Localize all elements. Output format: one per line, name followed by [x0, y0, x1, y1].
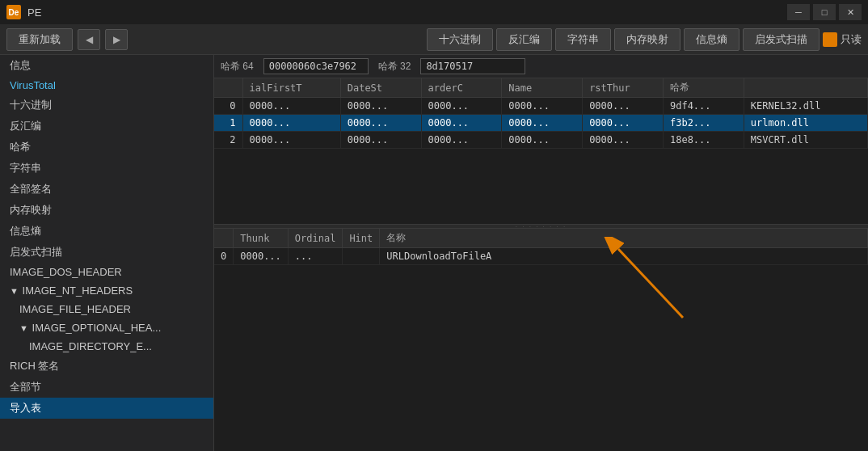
- cell-name: 0000...: [502, 132, 583, 149]
- col-dllname: [744, 78, 867, 98]
- table-row[interactable]: 0 0000... 0000... 0000... 0000... 0000..…: [214, 98, 868, 115]
- sidebar-item-file-header[interactable]: IMAGE_FILE_HEADER: [0, 300, 213, 318]
- table-row[interactable]: 1 0000... 0000... 0000... 0000... 0000..…: [214, 115, 868, 132]
- bottom-table: Thunk Ordinal Hint 名称 0 0000... ... URL: [214, 229, 868, 265]
- col-rownum-b: [214, 229, 234, 248]
- cell-date: 0000...: [340, 115, 421, 132]
- reload-button[interactable]: 重新加载: [6, 28, 73, 51]
- hash-label-64: 哈希 64: [221, 60, 254, 74]
- col-hint: Hint: [343, 229, 380, 248]
- sidebar-item-info[interactable]: 信息: [0, 55, 213, 76]
- hash-value-64[interactable]: 00000060c3e7962: [263, 58, 369, 74]
- sidebar: 信息 VirusTotal 十六进制 反汇编 哈希 字符串 全部签名 内存映射 …: [0, 55, 214, 451]
- maximize-button[interactable]: □: [813, 4, 836, 20]
- cell-ial: 0000...: [242, 132, 340, 149]
- window-title: PE: [27, 6, 41, 19]
- toolbar: 重新加载 ◀ ▶ 十六进制 反汇编 字符串 内存映射 信息熵 启发式扫描 只读: [0, 24, 868, 55]
- col-funcname: 名称: [380, 229, 868, 248]
- col-ial: ialFirstT: [242, 78, 340, 98]
- memmap-button[interactable]: 内存映射: [614, 28, 680, 51]
- sidebar-item-dir-entry[interactable]: IMAGE_DIRECTORY_E...: [0, 337, 213, 356]
- sidebar-item-opt-header[interactable]: ▼ IMAGE_OPTIONAL_HEA...: [0, 318, 213, 337]
- hex-button[interactable]: 十六进制: [427, 28, 493, 51]
- main-layout: 信息 VirusTotal 十六进制 反汇编 哈希 字符串 全部签名 内存映射 …: [0, 55, 868, 451]
- cell-thunk: 0000...: [234, 248, 289, 265]
- sidebar-item-heuristic[interactable]: 启发式扫描: [0, 242, 213, 263]
- hash-row: 哈希 64 00000060c3e7962 哈希 32 8d170517: [214, 55, 868, 78]
- cell-name: 0000...: [502, 98, 583, 115]
- bottom-panel: Thunk Ordinal Hint 名称 0 0000... ... URL: [214, 229, 868, 451]
- cell-date: 0000...: [340, 98, 421, 115]
- sidebar-item-hash[interactable]: 哈希: [0, 137, 213, 158]
- row-index: 1: [214, 115, 242, 132]
- cell-ial: 0000...: [242, 115, 340, 132]
- import-table: ialFirstT DateSt arderC Name rstThur 哈希 …: [214, 78, 868, 149]
- bottom-table-container: Thunk Ordinal Hint 名称 0 0000... ... URL: [214, 229, 868, 265]
- nav-back-button[interactable]: ◀: [78, 29, 100, 50]
- cell-hash: 18e8...: [663, 132, 744, 149]
- cell-dllname: urlmon.dll: [744, 115, 867, 132]
- strings-button[interactable]: 字符串: [555, 28, 611, 51]
- title-bar: De PE ─ □ ✕: [0, 0, 868, 24]
- cell-date: 0000...: [340, 132, 421, 149]
- cell-ial: 0000...: [242, 98, 340, 115]
- toolbar-right: 十六进制 反汇编 字符串 内存映射 信息熵 启发式扫描 只读: [427, 28, 862, 51]
- cell-arder: 0000...: [421, 98, 502, 115]
- sidebar-item-hex[interactable]: 十六进制: [0, 95, 213, 116]
- col-rownum: [214, 78, 242, 98]
- sidebar-item-disasm[interactable]: 反汇编: [0, 116, 213, 137]
- readonly-indicator: [823, 32, 837, 47]
- sidebar-item-memmap[interactable]: 内存映射: [0, 200, 213, 221]
- col-ordinal: Ordinal: [288, 229, 343, 248]
- title-bar-controls: ─ □ ✕: [787, 4, 862, 20]
- app-icon: De: [6, 5, 21, 19]
- sidebar-item-allsig[interactable]: 全部签名: [0, 179, 213, 200]
- row-index: 0: [214, 98, 242, 115]
- sidebar-item-dos-header[interactable]: IMAGE_DOS_HEADER: [0, 263, 213, 281]
- readonly-label: 只读: [841, 32, 862, 47]
- cell-thur: 0000...: [583, 115, 664, 132]
- sidebar-item-rich[interactable]: RICH 签名: [0, 356, 213, 377]
- cell-dllname: MSVCRT.dll: [744, 132, 867, 149]
- col-thur: rstThur: [583, 78, 664, 98]
- table-row[interactable]: 2 0000... 0000... 0000... 0000... 0000..…: [214, 132, 868, 149]
- cell-hash: f3b2...: [663, 115, 744, 132]
- cell-thur: 0000...: [583, 132, 664, 149]
- entropy-button[interactable]: 信息熵: [684, 28, 739, 51]
- cell-funcname: URLDownloadToFileA: [380, 248, 868, 265]
- toggle-nt: ▼: [10, 286, 19, 296]
- sidebar-item-virustotal[interactable]: VirusTotal: [0, 76, 213, 95]
- content-area: 哈希 64 00000060c3e7962 哈希 32 8d170517 ial…: [214, 55, 868, 451]
- close-button[interactable]: ✕: [839, 4, 862, 20]
- minimize-button[interactable]: ─: [787, 4, 810, 20]
- sidebar-item-all-sections[interactable]: 全部节: [0, 377, 213, 398]
- cell-name: 0000...: [502, 115, 583, 132]
- hash-value-32[interactable]: 8d170517: [420, 58, 525, 74]
- cell-hint: [343, 248, 380, 265]
- cell-arder: 0000...: [421, 115, 502, 132]
- col-date: DateSt: [340, 78, 421, 98]
- sidebar-item-entropy[interactable]: 信息熵: [0, 221, 213, 242]
- col-hash: 哈希: [663, 78, 744, 98]
- heuristic-button[interactable]: 启发式扫描: [743, 28, 820, 51]
- table-row[interactable]: 0 0000... ... URLDownloadToFileA: [214, 248, 868, 265]
- toggle-opt: ▼: [19, 323, 29, 333]
- cell-dllname: KERNEL32.dll: [744, 98, 867, 115]
- row-index-b: 0: [214, 248, 234, 265]
- cell-arder: 0000...: [421, 132, 502, 149]
- cell-thur: 0000...: [583, 98, 664, 115]
- disasm-button[interactable]: 反汇编: [496, 28, 552, 51]
- row-index: 2: [214, 132, 242, 149]
- col-arder: arderC: [421, 78, 502, 98]
- sidebar-item-strings[interactable]: 字符串: [0, 158, 213, 179]
- title-bar-left: De PE: [6, 5, 41, 19]
- cell-ordinal: ...: [288, 248, 343, 265]
- hash-label-32: 哈希 32: [378, 60, 411, 74]
- sidebar-item-import-table[interactable]: 导入表: [0, 398, 213, 419]
- nav-fwd-button[interactable]: ▶: [105, 29, 128, 50]
- col-thunk: Thunk: [234, 229, 289, 248]
- cell-hash: 9df4...: [663, 98, 744, 115]
- sidebar-item-nt-headers[interactable]: ▼ IMAGE_NT_HEADERS: [0, 281, 213, 300]
- import-table-container: ialFirstT DateSt arderC Name rstThur 哈希 …: [214, 78, 868, 224]
- col-name: Name: [502, 78, 583, 98]
